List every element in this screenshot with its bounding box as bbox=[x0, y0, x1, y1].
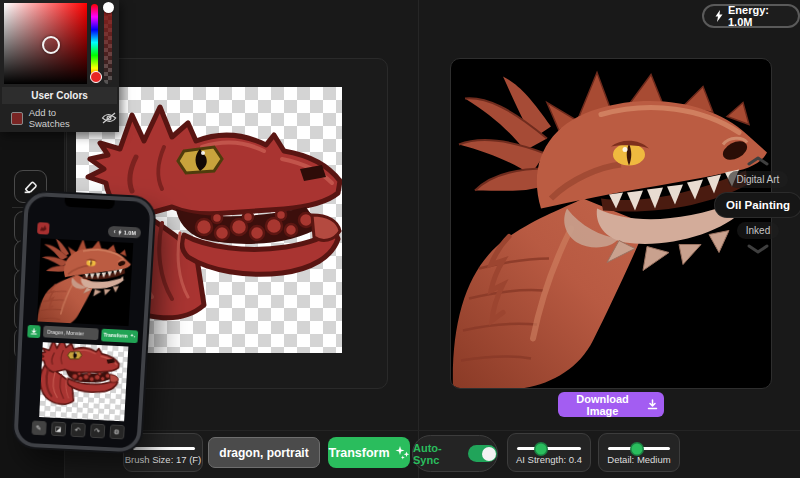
ai-strength-panel: AI Strength: 0.4 bbox=[507, 433, 591, 472]
phone-undo-button[interactable]: ↶ bbox=[70, 422, 85, 437]
phone-action-bar: Dragon, Monster Transform bbox=[27, 324, 138, 343]
download-button-label: Download Image bbox=[564, 393, 641, 417]
phone-transform-label: Transform bbox=[104, 332, 128, 339]
transform-button[interactable]: Transform bbox=[328, 437, 410, 468]
energy-indicator[interactable]: Energy: 1.0M bbox=[702, 4, 800, 28]
app-window: Digital Art Oil Painting Inked Download … bbox=[0, 0, 800, 478]
toggle-knob bbox=[482, 447, 496, 461]
style-option-oil-painting[interactable]: Oil Painting bbox=[715, 193, 800, 217]
sparkles-icon bbox=[395, 445, 410, 460]
phone-prompt-input[interactable]: Dragon, Monster bbox=[43, 326, 99, 340]
phone-download-button[interactable] bbox=[27, 324, 40, 337]
style-option-inked[interactable]: Inked bbox=[737, 222, 779, 239]
style-selector: Digital Art Oil Painting Inked bbox=[716, 156, 800, 254]
user-colors-button[interactable]: User Colors bbox=[2, 87, 117, 104]
phone-settings-button[interactable]: ⚙ bbox=[109, 424, 124, 439]
hue-slider[interactable] bbox=[91, 4, 98, 81]
phone-back-chevron[interactable]: ‹ bbox=[113, 228, 116, 235]
phone-eraser-tool[interactable]: ◪ bbox=[50, 421, 65, 436]
add-to-swatches-row: Add to Swatches bbox=[2, 108, 117, 128]
download-icon bbox=[647, 399, 658, 410]
phone-energy-label: 1.0M bbox=[124, 229, 137, 236]
detail-panel: Detail: Medium bbox=[598, 433, 680, 472]
transform-button-label: Transform bbox=[328, 446, 389, 460]
eye-slash-icon bbox=[101, 112, 117, 124]
color-cursor[interactable] bbox=[42, 36, 60, 54]
phone-frame: ‹ 1.0M Dragon, Monster Transform ✎ ◪ bbox=[13, 192, 155, 453]
phone-app-logo bbox=[37, 222, 50, 234]
energy-label: Energy: 1.0M bbox=[728, 4, 787, 28]
alpha-slider-thumb[interactable] bbox=[103, 2, 114, 13]
phone-transform-button[interactable]: Transform bbox=[101, 328, 138, 342]
alpha-slider[interactable] bbox=[104, 4, 112, 84]
auto-sync-toggle[interactable] bbox=[468, 445, 497, 462]
add-to-swatches-label: Add to Swatches bbox=[29, 107, 91, 129]
current-color-swatch[interactable] bbox=[11, 112, 23, 125]
phone-mockup: ‹ 1.0M Dragon, Monster Transform ✎ ◪ bbox=[13, 192, 155, 453]
detail-slider-thumb[interactable] bbox=[631, 443, 642, 454]
saturation-value-square[interactable] bbox=[4, 3, 87, 84]
chevron-up-icon[interactable] bbox=[747, 156, 769, 166]
phone-toolbar: ✎ ◪ ↶ ↷ ⚙ bbox=[18, 420, 138, 440]
phone-bolt-icon bbox=[118, 229, 122, 235]
phone-drawing-canvas[interactable] bbox=[39, 342, 128, 421]
lightning-bolt-icon bbox=[715, 10, 723, 22]
hide-panel-button[interactable] bbox=[101, 112, 117, 124]
phone-notch bbox=[64, 198, 114, 210]
hue-slider-thumb[interactable] bbox=[90, 71, 102, 83]
auto-sync-label: Auto-Sync bbox=[413, 442, 461, 466]
phone-energy-pill[interactable]: ‹ 1.0M bbox=[108, 226, 141, 239]
phone-brush-tool[interactable]: ✎ bbox=[31, 420, 46, 435]
prompt-input[interactable] bbox=[208, 437, 320, 468]
phone-ai-result bbox=[37, 238, 133, 326]
detail-slider[interactable] bbox=[608, 447, 670, 450]
ai-strength-slider-thumb[interactable] bbox=[536, 443, 547, 454]
ai-strength-label: AI Strength: 0.4 bbox=[508, 454, 590, 465]
phone-redo-button[interactable]: ↷ bbox=[89, 423, 104, 438]
auto-sync-control: Auto-Sync bbox=[412, 435, 498, 472]
ai-strength-slider[interactable] bbox=[517, 447, 581, 450]
chevron-down-icon[interactable] bbox=[747, 244, 769, 254]
download-image-button[interactable]: Download Image bbox=[558, 392, 664, 417]
brush-size-label: Brush Size: 17 (F) bbox=[124, 454, 202, 465]
brush-size-slider[interactable] bbox=[133, 447, 195, 450]
section-divider-vertical bbox=[418, 0, 419, 478]
color-picker-panel: User Colors Add to Swatches bbox=[0, 0, 119, 132]
section-divider-horizontal bbox=[64, 430, 800, 431]
style-option-digital-art[interactable]: Digital Art bbox=[728, 171, 789, 188]
detail-label: Detail: Medium bbox=[599, 454, 679, 465]
